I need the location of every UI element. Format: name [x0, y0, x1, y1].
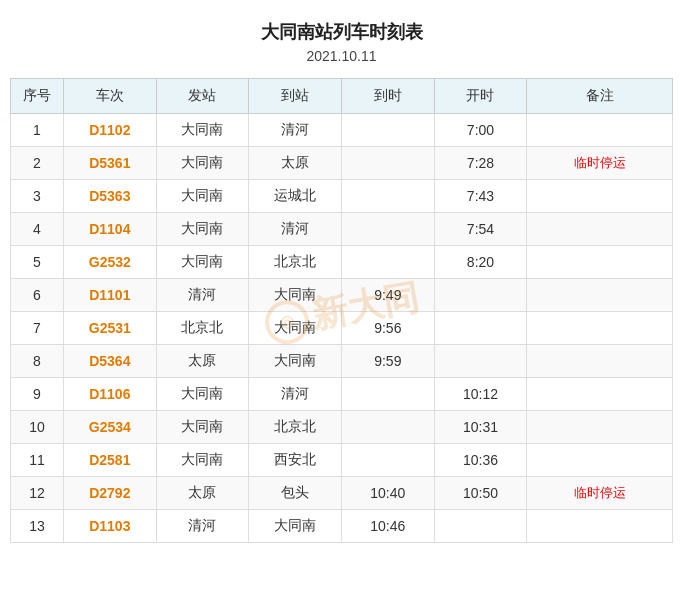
cell-from: 清河 [156, 279, 249, 312]
cell-seq: 9 [11, 378, 64, 411]
table-row: 13D1103清河大同南10:46 [11, 510, 673, 543]
cell-depart [434, 345, 527, 378]
cell-from: 北京北 [156, 312, 249, 345]
cell-seq: 5 [11, 246, 64, 279]
cell-arrive: 9:59 [341, 345, 434, 378]
header-seq: 序号 [11, 79, 64, 114]
cell-depart: 7:00 [434, 114, 527, 147]
cell-seq: 6 [11, 279, 64, 312]
table-row: 3D5363大同南运城北7:43 [11, 180, 673, 213]
cell-note [527, 213, 673, 246]
cell-arrive: 10:46 [341, 510, 434, 543]
cell-from: 清河 [156, 510, 249, 543]
cell-arrive [341, 444, 434, 477]
cell-from: 大同南 [156, 246, 249, 279]
cell-seq: 3 [11, 180, 64, 213]
cell-arrive: 9:49 [341, 279, 434, 312]
cell-train: D1102 [63, 114, 156, 147]
cell-seq: 8 [11, 345, 64, 378]
table-row: 10G2534大同南北京北10:31 [11, 411, 673, 444]
cell-train: D1103 [63, 510, 156, 543]
cell-depart: 10:50 [434, 477, 527, 510]
cell-depart: 7:54 [434, 213, 527, 246]
cell-from: 大同南 [156, 378, 249, 411]
cell-note [527, 312, 673, 345]
cell-train: G2531 [63, 312, 156, 345]
table-row: 7G2531北京北大同南9:56 [11, 312, 673, 345]
cell-to: 大同南 [249, 510, 342, 543]
cell-to: 清河 [249, 378, 342, 411]
cell-depart: 10:36 [434, 444, 527, 477]
cell-from: 大同南 [156, 213, 249, 246]
cell-from: 大同南 [156, 444, 249, 477]
cell-train: D1101 [63, 279, 156, 312]
cell-depart: 7:28 [434, 147, 527, 180]
table-row: 11D2581大同南西安北10:36 [11, 444, 673, 477]
cell-to: 太原 [249, 147, 342, 180]
cell-seq: 11 [11, 444, 64, 477]
table-header: 序号 车次 发站 到站 到时 开时 备注 [11, 79, 673, 114]
cell-seq: 12 [11, 477, 64, 510]
table-wrapper: ◎新大同 序号 车次 发站 到站 到时 开时 备注 1D1102大同南清河7:0… [10, 78, 673, 543]
cell-note: 临时停运 [527, 147, 673, 180]
cell-train: D5361 [63, 147, 156, 180]
cell-train: G2534 [63, 411, 156, 444]
schedule-table: 序号 车次 发站 到站 到时 开时 备注 1D1102大同南清河7:002D53… [10, 78, 673, 543]
cell-note: 临时停运 [527, 477, 673, 510]
cell-to: 清河 [249, 213, 342, 246]
cell-arrive: 10:40 [341, 477, 434, 510]
cell-to: 北京北 [249, 411, 342, 444]
table-row: 12D2792太原包头10:4010:50临时停运 [11, 477, 673, 510]
cell-train: D5363 [63, 180, 156, 213]
cell-depart [434, 510, 527, 543]
cell-note [527, 510, 673, 543]
cell-train: D1106 [63, 378, 156, 411]
table-row: 6D1101清河大同南9:49 [11, 279, 673, 312]
cell-to: 西安北 [249, 444, 342, 477]
cell-train: D1104 [63, 213, 156, 246]
cell-arrive [341, 213, 434, 246]
cell-to: 包头 [249, 477, 342, 510]
cell-arrive [341, 114, 434, 147]
cell-arrive [341, 411, 434, 444]
cell-note [527, 411, 673, 444]
cell-note [527, 345, 673, 378]
header-arrive: 到时 [341, 79, 434, 114]
cell-from: 大同南 [156, 114, 249, 147]
table-body: 1D1102大同南清河7:002D5361大同南太原7:28临时停运3D5363… [11, 114, 673, 543]
cell-train: D5364 [63, 345, 156, 378]
table-row: 9D1106大同南清河10:12 [11, 378, 673, 411]
cell-train: D2792 [63, 477, 156, 510]
cell-depart: 7:43 [434, 180, 527, 213]
cell-from: 大同南 [156, 411, 249, 444]
cell-to: 清河 [249, 114, 342, 147]
cell-note [527, 279, 673, 312]
cell-depart: 10:12 [434, 378, 527, 411]
cell-to: 大同南 [249, 279, 342, 312]
cell-depart [434, 279, 527, 312]
cell-from: 大同南 [156, 180, 249, 213]
header-to: 到站 [249, 79, 342, 114]
cell-note [527, 246, 673, 279]
cell-train: D2581 [63, 444, 156, 477]
header-from: 发站 [156, 79, 249, 114]
cell-depart [434, 312, 527, 345]
cell-seq: 4 [11, 213, 64, 246]
cell-seq: 10 [11, 411, 64, 444]
table-row: 8D5364太原大同南9:59 [11, 345, 673, 378]
cell-arrive: 9:56 [341, 312, 434, 345]
cell-arrive [341, 180, 434, 213]
cell-to: 大同南 [249, 345, 342, 378]
header-depart: 开时 [434, 79, 527, 114]
cell-from: 太原 [156, 345, 249, 378]
page-date: 2021.10.11 [306, 48, 376, 64]
cell-depart: 8:20 [434, 246, 527, 279]
table-row: 5G2532大同南北京北8:20 [11, 246, 673, 279]
cell-seq: 7 [11, 312, 64, 345]
cell-to: 北京北 [249, 246, 342, 279]
cell-to: 大同南 [249, 312, 342, 345]
cell-to: 运城北 [249, 180, 342, 213]
cell-from: 太原 [156, 477, 249, 510]
cell-seq: 13 [11, 510, 64, 543]
table-row: 1D1102大同南清河7:00 [11, 114, 673, 147]
